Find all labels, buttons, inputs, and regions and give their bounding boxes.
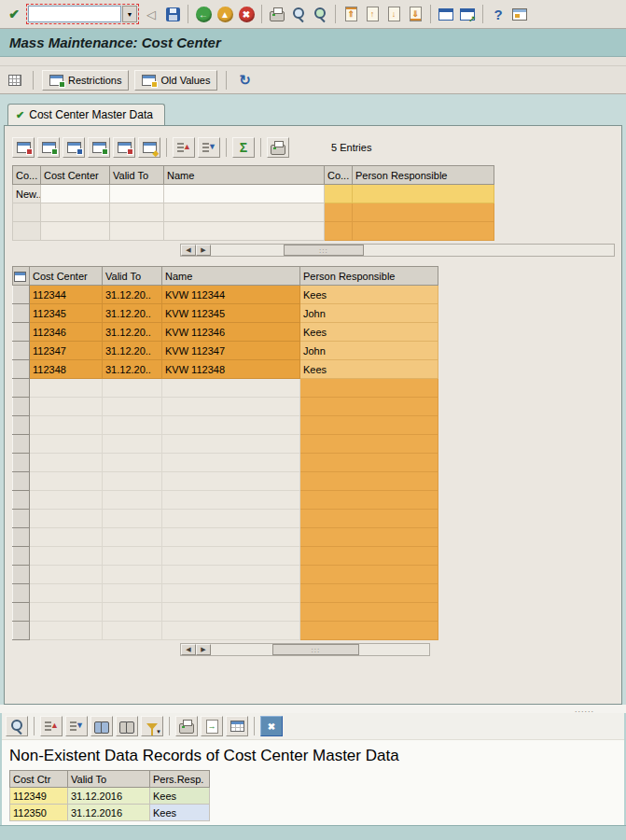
row-selector[interactable] xyxy=(13,454,30,472)
empty-cell[interactable] xyxy=(162,454,300,472)
row-selector[interactable] xyxy=(13,491,30,510)
col-header-valid-to[interactable]: Valid To xyxy=(110,166,164,185)
empty-cell[interactable] xyxy=(300,472,438,491)
table-settings-button[interactable] xyxy=(12,137,35,158)
sort-descending-button[interactable]: ▼ xyxy=(198,137,220,158)
scrollbar-track[interactable]: ::: xyxy=(211,245,614,256)
empty-cell[interactable] xyxy=(30,472,103,491)
row-selector[interactable] xyxy=(13,547,30,566)
empty-cell[interactable] xyxy=(30,603,103,622)
row-selector[interactable] xyxy=(13,379,30,398)
empty-cell[interactable] xyxy=(103,584,162,603)
new-cell-valid-to[interactable] xyxy=(110,203,164,222)
empty-cell[interactable] xyxy=(300,528,438,547)
new-cell-cost-center[interactable] xyxy=(41,203,110,222)
last-page-icon[interactable]: ⇓ xyxy=(406,5,424,23)
scroll-right-icon[interactable]: ▶ xyxy=(196,644,211,655)
row-label[interactable] xyxy=(13,203,41,222)
alv-print-button[interactable] xyxy=(175,716,198,736)
command-input[interactable] xyxy=(28,6,121,22)
empty-cell[interactable] xyxy=(103,379,162,398)
empty-cell[interactable] xyxy=(300,435,438,454)
new-cell-name[interactable] xyxy=(164,222,325,241)
cell-cost-center[interactable]: 112348 xyxy=(30,360,103,379)
scrollbar-thumb[interactable]: ::: xyxy=(284,245,364,256)
col-header-name[interactable]: Name xyxy=(162,267,300,286)
cell-person-responsible[interactable]: Kees xyxy=(300,360,438,379)
new-cell-person[interactable] xyxy=(353,185,494,203)
row-selector[interactable] xyxy=(13,323,30,342)
close-results-button[interactable]: ✖ xyxy=(260,716,283,736)
scroll-right-icon[interactable]: ▶ xyxy=(196,245,211,256)
alv-cell-pers-resp[interactable]: Kees xyxy=(150,805,210,821)
first-page-icon[interactable]: ⇑ xyxy=(341,5,360,23)
find-next-icon[interactable] xyxy=(311,5,329,23)
splitter-handle[interactable]: ...... xyxy=(0,705,626,713)
col-header-person-responsible[interactable]: Person Responsible xyxy=(300,267,438,286)
tab-cost-center-master-data[interactable]: ✔ Cost Center Master Data xyxy=(7,104,165,125)
horizontal-scrollbar-lower[interactable]: ◀ ▶ ::: xyxy=(180,643,430,656)
empty-cell[interactable] xyxy=(162,510,300,528)
refresh-icon[interactable]: ↻ xyxy=(235,71,254,90)
empty-cell[interactable] xyxy=(162,398,300,416)
cell-cost-center[interactable]: 112347 xyxy=(30,342,103,360)
empty-cell[interactable] xyxy=(30,547,103,566)
row-selector[interactable] xyxy=(13,342,30,360)
back-icon[interactable]: ← xyxy=(194,5,213,23)
cell-valid-to[interactable]: 31.12.20.. xyxy=(103,360,162,379)
row-selector[interactable] xyxy=(13,286,30,304)
row-selector[interactable] xyxy=(13,360,30,379)
customize-layout-icon[interactable] xyxy=(510,5,529,23)
new-cell-name[interactable] xyxy=(164,203,325,222)
new-cell-co[interactable] xyxy=(325,185,353,203)
choose-layout-button[interactable] xyxy=(226,716,248,736)
alv-cell-valid-to[interactable]: 31.12.2016 xyxy=(68,788,150,805)
select-rows-button[interactable] xyxy=(37,137,60,158)
empty-cell[interactable] xyxy=(30,584,103,603)
change-values-button[interactable]: ◆ xyxy=(138,137,160,158)
new-cell-co[interactable] xyxy=(325,203,353,222)
col-header-cost-center[interactable]: Cost Center xyxy=(41,166,110,185)
details-button[interactable] xyxy=(6,716,28,736)
cell-cost-center[interactable]: 112344 xyxy=(30,286,103,304)
row-selector[interactable] xyxy=(13,472,30,491)
empty-cell[interactable] xyxy=(300,398,438,416)
col-header-co2[interactable]: Co... xyxy=(325,166,353,185)
empty-cell[interactable] xyxy=(30,454,103,472)
cell-person-responsible[interactable]: Kees xyxy=(300,286,438,304)
cell-person-responsible[interactable]: Kees xyxy=(300,323,438,342)
cell-name[interactable]: KVW 112348 xyxy=(162,360,300,379)
col-header-name[interactable]: Name xyxy=(164,166,325,185)
new-cell-cost-center[interactable] xyxy=(41,222,110,241)
empty-cell[interactable] xyxy=(103,566,162,584)
cell-valid-to[interactable]: 31.12.20.. xyxy=(103,323,162,342)
cell-valid-to[interactable]: 31.12.20.. xyxy=(103,342,162,360)
old-values-button[interactable]: Old Values xyxy=(134,70,217,91)
scroll-left-icon[interactable]: ◀ xyxy=(181,644,196,655)
row-selector[interactable] xyxy=(13,603,30,622)
row-selector[interactable] xyxy=(13,566,30,584)
alv-col-header-cost-ctr[interactable]: Cost Ctr xyxy=(10,771,68,788)
empty-cell[interactable] xyxy=(162,416,300,435)
scrollbar-thumb[interactable]: ::: xyxy=(272,644,360,655)
scrollbar-track[interactable]: ::: xyxy=(211,644,429,655)
mass-maintenance-icon[interactable] xyxy=(6,71,24,90)
new-cell-valid-to[interactable] xyxy=(110,222,164,241)
row-selector[interactable] xyxy=(13,435,30,454)
cell-person-responsible[interactable]: John xyxy=(300,304,438,323)
col-header-cost-center[interactable]: Cost Center xyxy=(30,267,103,286)
empty-cell[interactable] xyxy=(30,510,103,528)
empty-cell[interactable] xyxy=(30,416,103,435)
alv-cell-cost-ctr[interactable]: 112349 xyxy=(10,788,68,805)
empty-cell[interactable] xyxy=(300,566,438,584)
col-header-person-responsible[interactable]: Person Responsible xyxy=(353,166,494,185)
exit-icon[interactable]: ▲ xyxy=(216,5,234,23)
save-icon[interactable] xyxy=(163,5,182,23)
empty-cell[interactable] xyxy=(162,547,300,566)
cell-cost-center[interactable]: 112346 xyxy=(30,323,103,342)
alv-col-header-valid-to[interactable]: Valid To xyxy=(68,771,150,788)
row-selector[interactable] xyxy=(13,584,30,603)
empty-cell[interactable] xyxy=(103,472,162,491)
empty-cell[interactable] xyxy=(162,435,300,454)
cell-name[interactable]: KVW 112347 xyxy=(162,342,300,360)
